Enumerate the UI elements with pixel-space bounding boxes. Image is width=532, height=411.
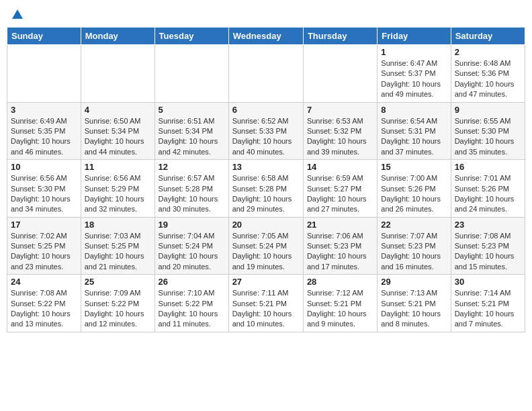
day-number: 3 [11,105,77,115]
calendar-cell: 1Sunrise: 6:47 AMSunset: 5:37 PMDaylight… [378,45,451,103]
calendar-cell: 18Sunrise: 7:03 AMSunset: 5:25 PMDayligh… [81,217,154,275]
day-number: 9 [455,105,521,115]
day-info: Sunrise: 7:08 AMSunset: 5:23 PMDaylight:… [455,231,521,273]
calendar-cell: 26Sunrise: 7:10 AMSunset: 5:22 PMDayligh… [154,275,228,332]
calendar-cell: 17Sunrise: 7:02 AMSunset: 5:25 PMDayligh… [7,217,81,275]
calendar-cell: 7Sunrise: 6:53 AMSunset: 5:32 PMDaylight… [303,102,377,160]
calendar-cell: 29Sunrise: 7:13 AMSunset: 5:21 PMDayligh… [378,275,451,332]
day-info: Sunrise: 7:01 AMSunset: 5:26 PMDaylight:… [455,173,521,215]
logo-triangle-icon [12,9,23,19]
weekday-header-sunday: Sunday [7,28,81,45]
day-info: Sunrise: 6:58 AMSunset: 5:28 PMDaylight:… [232,173,300,215]
weekday-header-friday: Friday [378,28,451,45]
day-info: Sunrise: 6:53 AMSunset: 5:32 PMDaylight:… [307,116,373,158]
calendar-cell: 3Sunrise: 6:49 AMSunset: 5:35 PMDaylight… [7,102,81,160]
day-info: Sunrise: 6:51 AMSunset: 5:34 PMDaylight:… [159,116,225,158]
day-number: 5 [159,105,225,115]
calendar-cell: 12Sunrise: 6:57 AMSunset: 5:28 PMDayligh… [154,160,228,218]
day-info: Sunrise: 7:14 AMSunset: 5:21 PMDaylight:… [455,288,521,330]
calendar-cell: 13Sunrise: 6:58 AMSunset: 5:28 PMDayligh… [228,160,303,218]
calendar-cell: 6Sunrise: 6:52 AMSunset: 5:33 PMDaylight… [228,102,303,160]
day-number: 26 [159,277,225,287]
day-info: Sunrise: 6:48 AMSunset: 5:36 PMDaylight:… [455,58,521,100]
calendar-cell: 28Sunrise: 7:12 AMSunset: 5:21 PMDayligh… [303,275,377,332]
calendar-cell: 23Sunrise: 7:08 AMSunset: 5:23 PMDayligh… [451,217,525,275]
day-info: Sunrise: 7:06 AMSunset: 5:23 PMDaylight:… [307,231,373,273]
day-info: Sunrise: 7:03 AMSunset: 5:25 PMDaylight:… [85,231,151,273]
day-info: Sunrise: 6:50 AMSunset: 5:34 PMDaylight:… [85,116,151,158]
day-number: 12 [159,162,225,172]
day-info: Sunrise: 7:07 AMSunset: 5:23 PMDaylight:… [381,231,447,273]
day-number: 6 [232,105,300,115]
day-number: 7 [307,105,373,115]
calendar-cell: 9Sunrise: 6:55 AMSunset: 5:30 PMDaylight… [451,102,525,160]
day-number: 18 [85,220,151,230]
day-number: 19 [159,220,225,230]
calendar-cell: 4Sunrise: 6:50 AMSunset: 5:34 PMDaylight… [81,102,154,160]
day-number: 27 [232,277,300,287]
day-number: 10 [11,162,77,172]
day-number: 15 [381,162,447,172]
day-number: 17 [11,220,77,230]
day-number: 24 [11,277,77,287]
day-number: 2 [455,47,521,57]
calendar-cell: 2Sunrise: 6:48 AMSunset: 5:36 PMDaylight… [451,45,525,103]
calendar-cell: 19Sunrise: 7:04 AMSunset: 5:24 PMDayligh… [154,217,228,275]
day-number: 14 [307,162,373,172]
day-info: Sunrise: 7:12 AMSunset: 5:21 PMDaylight:… [307,288,373,330]
week-row-2: 3Sunrise: 6:49 AMSunset: 5:35 PMDaylight… [7,102,525,160]
day-number: 8 [381,105,447,115]
day-number: 4 [85,105,151,115]
day-number: 13 [232,162,300,172]
weekday-header-saturday: Saturday [451,28,525,45]
day-info: Sunrise: 6:56 AMSunset: 5:30 PMDaylight:… [11,173,77,215]
day-info: Sunrise: 7:09 AMSunset: 5:22 PMDaylight:… [85,288,151,330]
day-number: 22 [381,220,447,230]
day-info: Sunrise: 6:54 AMSunset: 5:31 PMDaylight:… [381,116,447,158]
day-number: 16 [455,162,521,172]
calendar-cell: 24Sunrise: 7:08 AMSunset: 5:22 PMDayligh… [7,275,81,332]
calendar-cell: 25Sunrise: 7:09 AMSunset: 5:22 PMDayligh… [81,275,154,332]
calendar-cell [303,45,377,103]
day-number: 28 [307,277,373,287]
calendar-cell: 5Sunrise: 6:51 AMSunset: 5:34 PMDaylight… [154,102,228,160]
day-info: Sunrise: 6:57 AMSunset: 5:28 PMDaylight:… [159,173,225,215]
weekday-header-thursday: Thursday [303,28,377,45]
calendar-cell: 15Sunrise: 7:00 AMSunset: 5:26 PMDayligh… [378,160,451,218]
day-info: Sunrise: 6:52 AMSunset: 5:33 PMDaylight:… [232,116,300,158]
day-info: Sunrise: 7:02 AMSunset: 5:25 PMDaylight:… [11,231,77,273]
calendar: SundayMondayTuesdayWednesdayThursdayFrid… [7,27,525,332]
calendar-cell [81,45,154,103]
calendar-cell: 14Sunrise: 6:59 AMSunset: 5:27 PMDayligh… [303,160,377,218]
day-info: Sunrise: 6:59 AMSunset: 5:27 PMDaylight:… [307,173,373,215]
day-number: 29 [381,277,447,287]
calendar-cell: 10Sunrise: 6:56 AMSunset: 5:30 PMDayligh… [7,160,81,218]
calendar-cell: 22Sunrise: 7:07 AMSunset: 5:23 PMDayligh… [378,217,451,275]
calendar-cell: 30Sunrise: 7:14 AMSunset: 5:21 PMDayligh… [451,275,525,332]
day-info: Sunrise: 6:47 AMSunset: 5:37 PMDaylight:… [381,58,447,100]
calendar-cell: 21Sunrise: 7:06 AMSunset: 5:23 PMDayligh… [303,217,377,275]
week-row-5: 24Sunrise: 7:08 AMSunset: 5:22 PMDayligh… [7,275,525,332]
day-info: Sunrise: 7:08 AMSunset: 5:22 PMDaylight:… [11,288,77,330]
weekday-header-tuesday: Tuesday [154,28,228,45]
day-info: Sunrise: 6:49 AMSunset: 5:35 PMDaylight:… [11,116,77,158]
calendar-cell: 16Sunrise: 7:01 AMSunset: 5:26 PMDayligh… [451,160,525,218]
day-number: 11 [85,162,151,172]
day-number: 1 [381,47,447,57]
calendar-cell [154,45,228,103]
day-number: 30 [455,277,521,287]
day-number: 23 [455,220,521,230]
calendar-cell [228,45,303,103]
weekday-header-monday: Monday [81,28,154,45]
weekday-header-wednesday: Wednesday [228,28,303,45]
day-info: Sunrise: 7:00 AMSunset: 5:26 PMDaylight:… [381,173,447,215]
calendar-cell: 20Sunrise: 7:05 AMSunset: 5:24 PMDayligh… [228,217,303,275]
day-info: Sunrise: 6:56 AMSunset: 5:29 PMDaylight:… [85,173,151,215]
logo [11,9,23,20]
header [7,7,525,23]
day-info: Sunrise: 7:11 AMSunset: 5:21 PMDaylight:… [232,288,300,330]
day-info: Sunrise: 6:55 AMSunset: 5:30 PMDaylight:… [455,116,521,158]
week-row-1: 1Sunrise: 6:47 AMSunset: 5:37 PMDaylight… [7,45,525,103]
day-info: Sunrise: 7:04 AMSunset: 5:24 PMDaylight:… [159,231,225,273]
calendar-cell: 27Sunrise: 7:11 AMSunset: 5:21 PMDayligh… [228,275,303,332]
